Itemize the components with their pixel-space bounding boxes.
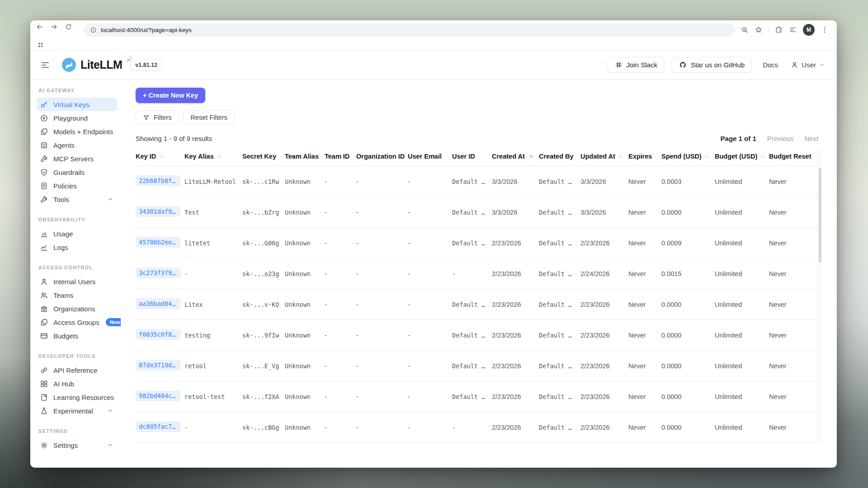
filter-funnel-icon	[143, 114, 150, 121]
expires-cell: Never	[628, 166, 661, 197]
column-header-team-alias[interactable]: Team Alias	[285, 147, 325, 166]
sidebar-item-learning-resources[interactable]: Learning Resources	[37, 390, 117, 404]
apps-grid-icon[interactable]	[37, 42, 44, 48]
key-row: dc805fac7d…-sk-...cBGgUnknown----2/23/20…	[136, 412, 818, 443]
sidebar-item-internal-users[interactable]: Internal Users	[37, 275, 117, 288]
table-scrollbar[interactable]	[818, 148, 821, 442]
key-id-link[interactable]: aa36bad046…	[136, 298, 181, 309]
profile-avatar[interactable]: M	[803, 24, 815, 36]
filters-button[interactable]: Filters	[136, 110, 179, 125]
star-github-label: Star us on GitHub	[691, 61, 745, 69]
sidebar-item-api-reference[interactable]: API Reference	[37, 363, 117, 377]
key-id-link[interactable]: 22b68fb0f0…	[136, 175, 181, 186]
line-chart-icon	[40, 243, 48, 252]
zoom-icon[interactable]	[741, 26, 749, 34]
key-id-link[interactable]: dc805fac7d…	[136, 421, 181, 432]
sidebar-item-label: AI Hub	[53, 380, 74, 388]
menu-kebab-icon[interactable]	[821, 26, 829, 34]
site-info-icon[interactable]	[90, 27, 97, 33]
sidebar-item-mcp-servers[interactable]: MCP Servers	[37, 152, 117, 165]
team-alias-cell: Unknown	[285, 381, 325, 412]
keys-table-container: Key ID↑↓Key Alias↑↓Secret KeyTeam AliasT…	[136, 147, 821, 443]
column-header-key-id[interactable]: Key ID↑↓	[136, 147, 184, 166]
key-id-link[interactable]: 3c273f3f9b…	[136, 267, 181, 278]
sidebar-item-policies[interactable]: Policies	[37, 179, 117, 192]
key-id-link[interactable]: 982bd484c7…	[136, 390, 181, 401]
sidebar-item-access-groups[interactable]: Access GroupsNew	[37, 315, 117, 329]
column-header-budget-usd[interactable]: Budget (USD)↑↓	[715, 147, 769, 166]
key-id-link[interactable]: f0835c0f8d…	[136, 329, 181, 340]
sort-icon[interactable]: ↑↓	[159, 154, 164, 159]
spend-cell: 0.0015	[661, 258, 715, 289]
docs-link[interactable]: Docs	[763, 61, 778, 69]
brand[interactable]: LiteLLM	[62, 58, 122, 72]
sort-icon[interactable]: ↑↓	[217, 154, 222, 159]
key-row: 45708b2ee4…litetetsk-...G00gUnknown---De…	[136, 228, 818, 258]
pagination: Page 1 of 1 Previous Next	[721, 135, 818, 142]
spend-cell: 0.0000	[661, 412, 715, 443]
user-menu[interactable]: User	[791, 61, 825, 69]
secret-key-cell: sk-...c1Rw	[242, 166, 285, 197]
organization-id-cell: -	[356, 320, 408, 351]
sidebar-item-tools[interactable]: Tools	[37, 192, 117, 206]
column-header-user-email[interactable]: User Email	[408, 147, 452, 166]
key-id-link[interactable]: 45708b2ee4…	[136, 237, 181, 248]
sort-icon[interactable]: ↑↓	[760, 154, 765, 159]
column-header-spend-usd[interactable]: Spend (USD)↑↓	[661, 147, 715, 166]
next-button[interactable]: Next	[804, 135, 818, 142]
previous-button[interactable]: Previous	[767, 135, 793, 142]
sidebar-item-playground[interactable]: Playground	[37, 111, 117, 125]
key-id-link[interactable]: 8fde3719d8…	[136, 360, 181, 371]
user-email-cell: -	[408, 412, 452, 443]
sidebar-item-ai-hub[interactable]: AI Hub	[37, 377, 117, 390]
column-header-budget-reset[interactable]: Budget Reset	[769, 147, 818, 166]
column-header-created-at[interactable]: Created At	[492, 147, 539, 166]
sidebar-item-virtual-keys[interactable]: Virtual Keys	[37, 98, 117, 111]
sidebar-item-label: Policies	[53, 182, 77, 190]
column-header-expires[interactable]: Expires	[628, 147, 661, 166]
column-header-secret-key[interactable]: Secret Key	[242, 147, 285, 166]
section-label-settings: SETTINGS	[38, 428, 117, 434]
budget-reset-cell: Never	[769, 412, 818, 443]
sidebar-item-organizations[interactable]: Organizations	[37, 302, 117, 315]
key-id-link[interactable]: 34301daf9f…	[136, 206, 181, 217]
expires-cell: Never	[628, 320, 661, 351]
sidebar-item-teams[interactable]: Teams	[37, 288, 117, 302]
bookmark-star-icon[interactable]	[755, 26, 763, 34]
scrollbar-thumb[interactable]	[819, 168, 821, 263]
join-slack-button[interactable]: Join Slack	[608, 57, 665, 73]
column-header-created-by[interactable]: Created By	[539, 147, 580, 166]
sidebar-item-models-endpoints[interactable]: Models + Endpoints	[37, 125, 117, 138]
expires-cell: Never	[628, 228, 661, 258]
column-header-team-id[interactable]: Team ID	[325, 147, 356, 166]
sort-icon[interactable]: ↑↓	[705, 154, 709, 159]
extensions-icon[interactable]	[775, 26, 783, 34]
collapse-sidebar-icon[interactable]	[40, 60, 50, 70]
column-header-organization-id[interactable]: Organization ID	[356, 147, 408, 166]
user-email-cell: -	[408, 228, 452, 258]
sidebar-item-settings[interactable]: Settings	[37, 438, 117, 452]
column-header-key-alias[interactable]: Key Alias↑↓	[184, 147, 242, 166]
side-panel-icon[interactable]	[789, 26, 797, 34]
chevron-down-icon	[819, 62, 825, 68]
create-new-key-button[interactable]: + Create New Key	[136, 88, 205, 103]
sidebar-item-usage[interactable]: Usage	[37, 227, 117, 240]
forward-button[interactable]	[50, 23, 64, 37]
sidebar-item-agents[interactable]: Agents	[37, 138, 117, 152]
link-icon	[40, 366, 48, 375]
reset-filters-button[interactable]: Reset Filters	[183, 110, 234, 125]
sort-desc-icon[interactable]	[528, 153, 534, 160]
sidebar-item-logs[interactable]: Logs	[37, 240, 117, 254]
user-id-cell: Default …	[452, 320, 492, 351]
sidebar-item-guardrails[interactable]: Guardrails	[37, 165, 117, 179]
address-bar[interactable]: localhost:4000/ui/?page=api-keys	[84, 23, 735, 37]
sort-icon[interactable]: ↑↓	[618, 154, 623, 159]
star-github-button[interactable]: Star us on GitHub	[672, 57, 752, 73]
reload-button[interactable]	[65, 23, 78, 37]
sidebar-item-budgets[interactable]: Budgets	[37, 329, 117, 343]
column-header-updated-at[interactable]: Updated At↑↓	[580, 147, 628, 166]
spend-cell: 0.0000	[661, 381, 715, 412]
back-button[interactable]	[36, 23, 49, 37]
sidebar-item-experimental[interactable]: Experimental	[37, 404, 117, 418]
column-header-user-id[interactable]: User ID	[452, 147, 492, 166]
